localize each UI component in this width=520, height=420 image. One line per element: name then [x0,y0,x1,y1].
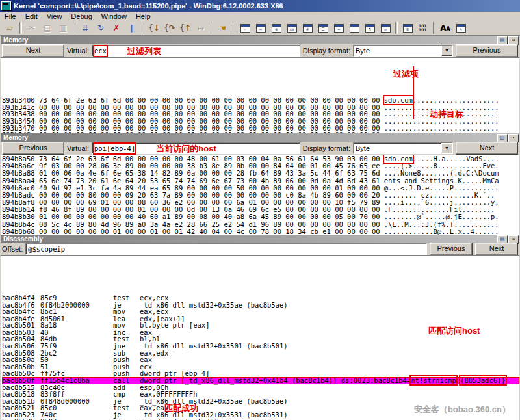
scratch-pad-icon [350,24,359,33]
processes-window-icon[interactable]: ¶ [362,21,378,35]
disasm-row[interactable]: bac8b50b51pushecx [2,363,519,371]
command-window-icon: › [240,24,250,33]
memory2-title: Memory [3,133,28,142]
instruction-address: bac8b50f [2,377,40,384]
memory1-previous-button[interactable]: Previous [456,44,518,57]
memory1-title-bar[interactable]: Memory ▤ × [1,36,519,44]
toolbar-separator [20,22,22,34]
go-handled-icon[interactable]: ↻ [93,21,109,35]
font-icon[interactable]: AA [437,21,453,35]
font-icon: AA [440,23,450,33]
instruction-bytes: 8a18 [40,322,113,329]
step-out-icon: {↑ [179,23,191,33]
menu-debug[interactable]: Debug [66,12,96,21]
window-title: Kernel 'com:port=\\.\pipe\com_1,baud=115… [14,2,283,10]
call-stack-window-icon[interactable]: ☰ [315,21,331,35]
disasm-next-button[interactable]: Next [475,243,518,256]
disasm-row[interactable]: bac8b50675f9jne_td_x86_dll_mstd32+0x3501… [2,343,519,350]
disasm-previous-button[interactable]: Previous [430,243,473,256]
run-to-cursor-icon: ↦ [198,23,204,33]
instruction-bytes: 50 [40,356,113,363]
memory1-next-button[interactable]: Next [2,44,64,57]
toolbar-separator [211,22,213,34]
break-icon[interactable]: ∥ [124,21,140,35]
disassembly-listing: 匹配访问host 匹配成功 安全客（bobao.360.cn） bac8b4f4… [1,255,519,420]
annotation-filter-item: 过滤项 [393,68,419,80]
text-segment: ............B@..L.x..4...... [384,228,499,235]
toolbar: ▱✂▤▥⇊↻✗∥{↓{↷{↑↦☚›∞≡xx#☰→ ¶↵≣101 101AA✎ [0,21,520,36]
registers-window-icon[interactable]: xx [284,21,300,35]
source-mode-on-icon[interactable]: ≣ [400,21,415,35]
locals-window-icon[interactable]: ≡ [268,21,284,35]
disasm-row[interactable]: bac8b51583c40caddesp,0Ch [2,384,519,391]
open-workspace-icon[interactable]: ▱ [2,21,18,35]
disassembly-window: Disassembly ▤ × Offset: @$scopeip Previo… [1,235,519,420]
display-format-label: Display format: [303,47,350,55]
stop-debugging-icon[interactable]: ✗ [109,21,124,35]
watch-window-icon: ∞ [256,24,266,33]
watch-window-icon[interactable]: ∞ [253,21,268,35]
display-format-select[interactable]: Byte ▼ [353,45,453,57]
instruction-bytes: 2bc2 [40,350,113,357]
stop-debugging-icon: ✗ [113,23,120,33]
go-handled-icon: ↻ [98,23,104,33]
cut-icon: ✂ [29,23,35,33]
copy-icon: ▤ [44,23,51,33]
options-icon[interactable]: ✎ [453,21,469,35]
toolbar-separator [142,22,144,34]
instruction-address: bac8b4f4 [2,295,40,302]
call-stack-window-icon: ☰ [318,24,328,33]
windbg-window: Kernel 'com:port=\\.\pipe\com_1,baud=115… [0,0,520,420]
source-mode-off-icon[interactable]: 101 101 [415,21,431,35]
command-browser-icon: ↵ [381,24,391,33]
chevron-down-icon[interactable]: ▼ [441,143,452,153]
disasm-row[interactable]: bac8b4fe8d5001leaedx,[eax+1] [2,315,519,322]
go-icon[interactable]: ⇊ [77,21,93,35]
command-browser-icon[interactable]: ↵ [378,21,393,35]
watermark: 安全客（bobao.360.cn） [414,404,510,415]
step-over-icon[interactable]: {↷ [162,21,177,35]
memory1-virtual-input[interactable]: ecx 过滤列表 [92,45,300,57]
instruction-mnemonic: test [113,295,140,302]
memory-window-icon[interactable]: # [300,21,315,35]
virtual-value: poi[ebp-4] [94,144,135,153]
command-window-icon[interactable]: › [237,21,253,35]
display-format-value: Byte [354,47,441,55]
menu-window[interactable]: Window [97,12,131,21]
menu-edit[interactable]: Edit [21,12,42,21]
disasm-row[interactable]: bac8b50a50pusheax [2,356,519,363]
toolbar-separator [73,22,75,34]
memory2-virtual-input[interactable]: poi[ebp-4] 当前访问的host [92,142,300,154]
cut-icon: ✂ [24,21,40,35]
disasm-row[interactable]: bac8b4fc8bc1moveax,ecx [2,308,519,315]
menu-bar: FileEditViewDebugWindowHelp [0,12,520,21]
step-into-icon: {↓ [148,23,160,33]
paste-icon: ▥ [55,21,71,35]
disassembly-window-icon[interactable]: → [331,21,346,35]
scratch-pad-icon[interactable] [346,21,362,35]
offset-input[interactable]: @$scopeip [25,243,427,255]
disasm-row[interactable]: bac8b4f60f84b2000000je_td_x86_dll_mstd32… [2,302,519,309]
locals-window-icon: ≡ [272,24,281,33]
text-segment: eax,dword ptr [edi] [140,417,218,420]
memory-address: 893b3454 [2,118,39,125]
chevron-down-icon[interactable]: ▼ [441,46,452,56]
memory-bytes: 00 00 00 00 00 00 01 00 00 01 00 01 42 4… [39,228,380,235]
menu-file[interactable]: File [0,12,21,21]
toolbar-separator [233,22,235,34]
display-format-select[interactable]: Byte ▼ [353,142,453,154]
memory2-next-button[interactable]: Next [456,142,518,155]
memory2-title-bar[interactable]: Memory ▤ × [1,133,519,142]
menu-help[interactable]: Help [131,12,155,21]
menu-view[interactable]: View [42,12,67,21]
break-hand-icon[interactable]: ☚ [215,21,231,35]
memory-ascii: ............B@..L.x..4...... [384,228,499,235]
annotation-match-host: 匹配访问host [428,325,480,337]
memory2-previous-button[interactable]: Previous [2,142,64,155]
step-out-icon[interactable]: {↑ [177,21,193,35]
annotation-hijack-target: 劫持目标 [430,109,463,120]
disasm-row[interactable]: bac8b5082bc2subeax,edx [2,350,519,357]
disasm-row[interactable]: bac8b50fff15b4c1c8bacalldword ptr [_td_x… [2,377,519,384]
step-into-icon[interactable]: {↓ [146,21,162,35]
copy-icon: ▤ [40,21,55,35]
